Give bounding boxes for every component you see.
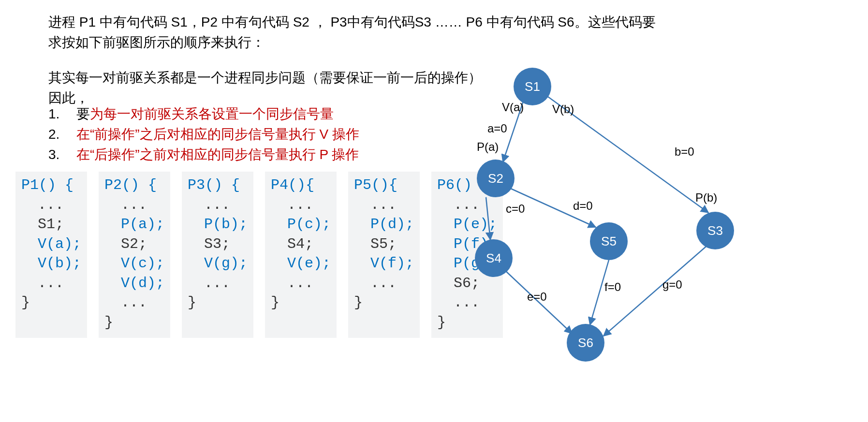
code-p4-l3: V(e); (287, 255, 331, 272)
edge-label-pa: P(a) (477, 140, 499, 154)
code-p1-hdr: P1() { (21, 177, 74, 193)
rule-1a: 要 (76, 106, 90, 121)
edge-label-g0: g=0 (662, 278, 682, 291)
precedence-graph: S1 S2 S3 S4 S5 S6 V(a) V(b) a=0 P(a) b=0… (484, 68, 759, 377)
code-p4-l1: P(c); (287, 216, 331, 233)
edge-label-pb: P(b) (695, 191, 717, 204)
code-p2-hdr: P2() { (104, 177, 157, 193)
edge-label-d0: d=0 (573, 199, 593, 213)
code-p3-l0: ... (204, 197, 230, 213)
edge-label-a0: a=0 (487, 122, 507, 135)
code-p5: P5(){ ... P(d); S5; V(f); ... } (348, 172, 420, 338)
explain-text: 其实每一对前驱关系都是一个进程同步问题（需要保证一前一后的操作） 因此， (48, 68, 484, 108)
graph-node-s6: S6 (567, 324, 604, 362)
rule-1b: 为每一对前驱关系各设置一个同步信号量 (90, 106, 334, 121)
graph-node-s5: S5 (590, 222, 628, 260)
code-p1-l4: ... (38, 275, 64, 291)
code-p1-l1: S1; (38, 216, 64, 233)
code-p5-l3: V(f); (370, 255, 414, 272)
code-p5-l1: P(d); (370, 216, 414, 233)
edge-label-c0: c=0 (506, 202, 525, 216)
code-p4-close: } (271, 294, 280, 311)
code-p2-l2: S2; (121, 236, 147, 252)
edge-label-f0: f=0 (604, 280, 621, 294)
graph-node-s1: S1 (514, 68, 551, 105)
code-p4-hdr: P4(){ (271, 177, 314, 193)
edge-label-va: V(a) (502, 101, 524, 114)
rule-3: 在“后操作”之前对相应的同步信号量执行 P 操作 (76, 145, 359, 165)
code-p6-l5: ... (454, 294, 480, 311)
code-p3-l2: S3; (204, 236, 230, 252)
code-p5-l4: ... (370, 275, 397, 291)
rule-3-num: 3. (48, 145, 76, 165)
code-p1-l2: V(a); (38, 236, 81, 252)
edge-label-b0: b=0 (675, 145, 694, 159)
code-p2-l1: P(a); (121, 216, 164, 233)
code-p5-l0: ... (370, 197, 397, 213)
rule-1-num: 1. (48, 104, 76, 124)
code-p1-l0: ... (38, 197, 64, 213)
code-p3-l4: ... (204, 275, 230, 291)
code-p2-l5: ... (121, 294, 147, 311)
explain-line-1: 其实每一对前驱关系都是一个进程同步问题（需要保证一前一后的操作） (48, 68, 484, 88)
code-p5-hdr: P5(){ (354, 177, 397, 193)
code-p3: P3() { ... P(b); S3; V(g); ... } (182, 172, 253, 338)
code-p1-close: } (21, 294, 30, 311)
code-p5-close: } (354, 294, 363, 311)
svg-line-2 (486, 197, 490, 240)
rule-2-num: 2. (48, 124, 76, 145)
graph-node-s3: S3 (696, 212, 734, 249)
rules-list: 1.要为每一对前驱关系各设置一个同步信号量 2.在“前操作”之后对相应的同步信号… (48, 104, 359, 165)
code-p3-hdr: P3() { (188, 177, 240, 193)
code-p3-close: } (188, 294, 196, 311)
code-p1-l3: V(b); (38, 255, 81, 272)
code-p4-l0: ... (287, 197, 313, 213)
code-p2-l4: V(d); (121, 275, 164, 291)
code-p2-l0: ... (121, 197, 147, 213)
edge-label-vb: V(b) (552, 102, 574, 116)
code-p2-l3: V(c); (121, 255, 164, 272)
code-p6-close: } (437, 314, 446, 331)
code-p2: P2() { ... P(a); S2; V(c); V(d); ... } (99, 172, 170, 338)
code-p5-l2: S5; (370, 236, 397, 252)
graph-node-s4: S4 (475, 239, 513, 277)
code-p3-l3: V(g); (204, 255, 248, 272)
code-p4-l4: ... (287, 275, 313, 291)
code-container: P1() { ... S1; V(a); V(b); ... } P2() { … (15, 172, 503, 338)
code-p4: P4(){ ... P(c); S4; V(e); ... } (265, 172, 337, 338)
graph-node-s2: S2 (477, 160, 515, 197)
code-p2-close: } (104, 314, 113, 331)
edge-label-e0: e=0 (527, 290, 547, 304)
code-p6-l0: ... (454, 197, 480, 213)
intro-text: 进程 P1 中有句代码 S1，P2 中有句代码 S2 ， P3中有句代码S3 …… (48, 12, 667, 53)
code-p6-l4: S6; (454, 275, 480, 291)
code-p4-l2: S4; (287, 236, 313, 252)
code-p3-l1: P(b); (204, 216, 248, 233)
code-p1: P1() { ... S1; V(a); V(b); ... } (15, 172, 87, 338)
rule-2: 在“前操作”之后对相应的同步信号量执行 V 操作 (76, 124, 359, 145)
